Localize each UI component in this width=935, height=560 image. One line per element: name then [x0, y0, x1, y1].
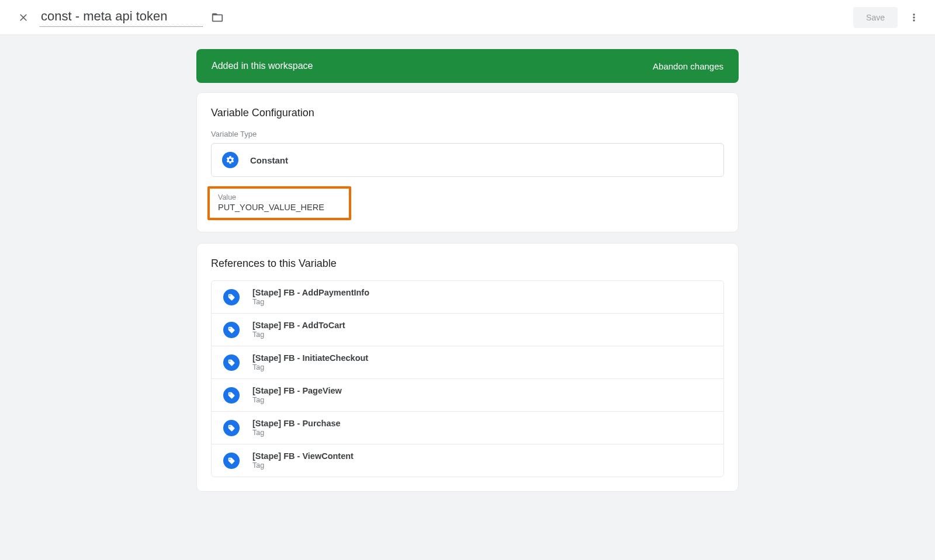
variable-type-name: Constant — [250, 155, 288, 165]
reference-row[interactable]: [Stape] FB - Purchase Tag — [212, 412, 723, 444]
gear-icon — [226, 155, 235, 165]
reference-text: [Stape] FB - AddPaymentInfo Tag — [252, 288, 369, 306]
tag-icon-wrap — [223, 289, 240, 305]
tag-icon-wrap — [223, 453, 240, 469]
close-icon — [18, 12, 29, 23]
reference-text: [Stape] FB - ViewContent Tag — [252, 451, 354, 469]
reference-row[interactable]: [Stape] FB - AddPaymentInfo Tag — [212, 281, 723, 314]
tag-icon — [227, 326, 236, 334]
variable-type-tile[interactable]: Constant — [211, 143, 724, 177]
reference-text: [Stape] FB - Purchase Tag — [252, 419, 341, 437]
save-button[interactable]: Save — [853, 7, 898, 28]
tag-icon — [227, 359, 236, 367]
top-bar: Save — [0, 0, 935, 35]
tag-icon-wrap — [223, 354, 240, 371]
reference-row[interactable]: [Stape] FB - ViewContent Tag — [212, 444, 723, 476]
tag-icon — [227, 457, 236, 465]
folder-button[interactable] — [211, 11, 224, 24]
reference-text: [Stape] FB - AddToCart Tag — [252, 321, 345, 339]
variable-name-input[interactable] — [40, 8, 203, 27]
reference-text: [Stape] FB - InitiateCheckout Tag — [252, 353, 368, 371]
tag-icon — [227, 424, 236, 432]
close-button[interactable] — [12, 6, 35, 29]
reference-name: [Stape] FB - Purchase — [252, 419, 341, 428]
references-heading: References to this Variable — [211, 258, 724, 270]
reference-type: Tag — [252, 331, 345, 339]
tag-icon — [227, 293, 236, 301]
reference-row[interactable]: [Stape] FB - PageView Tag — [212, 379, 723, 412]
tag-icon-wrap — [223, 420, 240, 436]
tag-icon-wrap — [223, 322, 240, 338]
reference-type: Tag — [252, 298, 369, 306]
config-heading: Variable Configuration — [211, 107, 724, 119]
reference-row[interactable]: [Stape] FB - InitiateCheckout Tag — [212, 346, 723, 379]
variable-configuration-card: Variable Configuration Variable Type Con… — [196, 92, 739, 232]
overflow-menu-button[interactable] — [902, 6, 926, 29]
references-list: [Stape] FB - AddPaymentInfo Tag [Stape] … — [211, 280, 724, 477]
workspace-change-banner: Added in this workspace Abandon changes — [196, 49, 739, 83]
reference-name: [Stape] FB - AddPaymentInfo — [252, 288, 369, 297]
more-vert-icon — [908, 12, 920, 23]
variable-type-icon-wrap — [222, 152, 238, 168]
abandon-changes-button[interactable]: Abandon changes — [653, 61, 723, 71]
reference-text: [Stape] FB - PageView Tag — [252, 386, 342, 404]
references-card: References to this Variable [Stape] FB -… — [196, 243, 739, 492]
value-text[interactable]: PUT_YOUR_VALUE_HERE — [218, 203, 341, 212]
value-label: Value — [218, 193, 341, 201]
reference-name: [Stape] FB - InitiateCheckout — [252, 353, 368, 363]
reference-type: Tag — [252, 363, 368, 371]
reference-name: [Stape] FB - AddToCart — [252, 321, 345, 330]
tag-icon-wrap — [223, 387, 240, 404]
reference-name: [Stape] FB - PageView — [252, 386, 342, 395]
reference-type: Tag — [252, 461, 354, 469]
folder-icon — [211, 11, 224, 24]
reference-type: Tag — [252, 396, 342, 404]
tag-icon — [227, 391, 236, 399]
reference-name: [Stape] FB - ViewContent — [252, 451, 354, 461]
reference-type: Tag — [252, 429, 341, 437]
reference-row[interactable]: [Stape] FB - AddToCart Tag — [212, 314, 723, 346]
value-highlight-box: Value PUT_YOUR_VALUE_HERE — [207, 186, 351, 220]
variable-type-label: Variable Type — [211, 130, 724, 138]
banner-message: Added in this workspace — [212, 61, 313, 71]
